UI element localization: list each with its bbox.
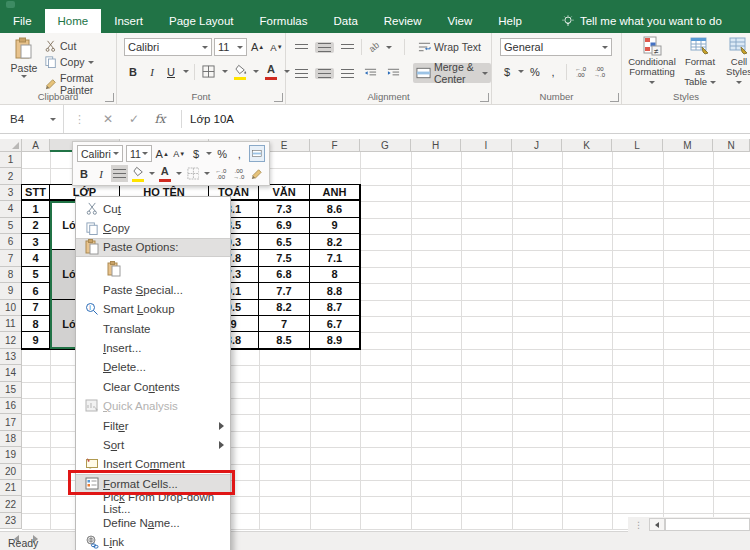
row-header-1[interactable]: 1 xyxy=(0,152,22,168)
cell-F12[interactable]: 8.9 xyxy=(310,332,360,348)
formula-bar-grip[interactable]: ⋮ xyxy=(74,113,85,126)
align-bottom-button[interactable] xyxy=(338,43,357,52)
cut-button[interactable]: Cut xyxy=(42,39,79,53)
cell-E11[interactable]: 7 xyxy=(259,316,310,332)
increase-decimal-button[interactable]: ←.0.00 xyxy=(573,63,588,80)
mini-decrease-decimal-button[interactable]: .00→.0 xyxy=(231,165,246,182)
column-header-K[interactable]: K xyxy=(562,139,612,152)
decrease-indent-button[interactable] xyxy=(361,67,380,79)
column-header-F[interactable]: F xyxy=(310,139,360,152)
name-box[interactable]: B4 xyxy=(0,105,64,133)
menu-item-sort[interactable]: Sort xyxy=(76,435,230,454)
cell-A10[interactable]: 7 xyxy=(22,300,50,316)
horizontal-scrollbar[interactable]: ⋮ xyxy=(628,517,750,532)
cell-E4[interactable]: 7.3 xyxy=(259,201,310,217)
mini-font-name-combo[interactable]: Calibri xyxy=(77,145,123,162)
conditional-formatting-button[interactable]: ≠ ConditionalFormatting xyxy=(626,36,678,87)
menu-item-clear-contents[interactable]: Clear Contents xyxy=(76,377,230,396)
underline-button[interactable]: U xyxy=(164,63,178,80)
menu-item-link[interactable]: Link xyxy=(76,532,230,550)
increase-font-button[interactable]: A▲ xyxy=(249,39,266,56)
mini-currency-caret[interactable] xyxy=(206,152,212,155)
menu-item-quick-analysis[interactable]: Quick Analysis xyxy=(76,397,230,416)
decrease-decimal-button[interactable]: .00→.0 xyxy=(592,63,607,80)
font-color-button[interactable]: A xyxy=(264,64,279,80)
row-header-19[interactable]: 19 xyxy=(0,447,22,463)
mini-fill-color-button[interactable] xyxy=(131,166,146,182)
cell-A6[interactable]: 3 xyxy=(22,234,50,250)
tab-view[interactable]: View xyxy=(435,9,486,33)
font-name-combo[interactable]: Calibri xyxy=(124,38,212,56)
tab-file[interactable]: File xyxy=(0,9,45,33)
column-header-L[interactable]: L xyxy=(612,139,663,152)
tab-formulas[interactable]: Formulas xyxy=(247,9,321,33)
mini-borders-caret[interactable] xyxy=(204,172,210,175)
row-header-13[interactable]: 13 xyxy=(0,349,22,365)
mini-align-center-button[interactable] xyxy=(111,165,128,182)
menu-item-pick-from-drop-down-list[interactable]: Pick From Drop-down List... xyxy=(76,493,230,512)
tab-home[interactable]: Home xyxy=(45,9,102,33)
cell-F7[interactable]: 7.1 xyxy=(310,250,360,266)
name-box-caret[interactable] xyxy=(50,118,56,121)
align-top-button[interactable] xyxy=(292,43,311,52)
fill-color-dropdown-caret[interactable] xyxy=(253,70,259,73)
mini-format-painter-button[interactable] xyxy=(249,165,265,182)
tab-page-layout[interactable]: Page Layout xyxy=(156,9,247,33)
column-header-H[interactable]: H xyxy=(411,139,461,152)
mini-font-color-button[interactable]: A xyxy=(158,166,173,182)
insert-function-icon[interactable]: fx xyxy=(147,112,173,126)
copy-button[interactable]: Copy xyxy=(42,55,97,69)
mini-font-color-caret[interactable] xyxy=(176,172,182,175)
mini-bold-button[interactable]: B xyxy=(77,165,91,182)
cell-A9[interactable]: 6 xyxy=(22,283,50,299)
row-header-23[interactable]: 23 xyxy=(0,513,22,529)
formula-bar-content[interactable]: Lớp 10A xyxy=(190,113,234,125)
cell-F6[interactable]: 8.2 xyxy=(310,234,360,250)
row-header-14[interactable]: 14 xyxy=(0,365,22,381)
cell-E8[interactable]: 6.8 xyxy=(259,267,310,283)
mini-borders-button[interactable] xyxy=(185,165,202,182)
italic-button[interactable]: I xyxy=(145,63,159,80)
mini-currency-button[interactable]: $ xyxy=(189,145,203,162)
mini-merge-center-button[interactable] xyxy=(249,145,265,162)
cell-A4[interactable]: 1 xyxy=(22,201,50,217)
enter-icon[interactable]: ✓ xyxy=(121,112,147,126)
menu-item-paste-options[interactable]: Paste Options: xyxy=(76,238,230,257)
row-header-3[interactable]: 3 xyxy=(0,185,22,201)
cell-E10[interactable]: 8.2 xyxy=(259,300,310,316)
paste-option-button[interactable] xyxy=(103,258,125,279)
cell-A5[interactable]: 2 xyxy=(22,218,50,234)
cell-F11[interactable]: 6.7 xyxy=(310,316,360,332)
comma-button[interactable]: , xyxy=(546,63,560,80)
menu-item-insert[interactable]: Insert... xyxy=(76,338,230,357)
cancel-icon[interactable]: ✕ xyxy=(95,112,121,126)
tell-me-box[interactable]: Tell me what you want to do xyxy=(549,9,735,33)
cell-F8[interactable]: 8 xyxy=(310,267,360,283)
align-middle-button[interactable] xyxy=(315,42,334,53)
orientation-dropdown-caret[interactable] xyxy=(386,46,392,49)
cell-E6[interactable]: 6.5 xyxy=(259,234,310,250)
font-size-combo[interactable]: 11 xyxy=(214,38,247,56)
table-header-E[interactable]: VĂN xyxy=(259,185,310,201)
cell-A8[interactable]: 5 xyxy=(22,267,50,283)
paste-dropdown-caret[interactable] xyxy=(21,75,27,78)
tab-insert[interactable]: Insert xyxy=(101,9,156,33)
orientation-button[interactable]: ab xyxy=(366,41,382,53)
row-header-4[interactable]: 4 xyxy=(0,201,22,217)
cell-F9[interactable]: 8.8 xyxy=(310,283,360,299)
wrap-text-button[interactable]: Wrap Text xyxy=(415,40,484,54)
table-header-A[interactable]: STT xyxy=(22,185,50,201)
cell-E12[interactable]: 8.5 xyxy=(259,332,310,348)
column-header-G[interactable]: G xyxy=(360,139,411,152)
cell-E9[interactable]: 7.7 xyxy=(259,283,310,299)
merge-center-button[interactable]: Merge & Center xyxy=(413,63,491,83)
mini-italic-button[interactable]: I xyxy=(94,165,108,182)
tab-review[interactable]: Review xyxy=(371,9,435,33)
cell-F4[interactable]: 8.6 xyxy=(310,201,360,217)
table-header-F[interactable]: ANH xyxy=(310,185,360,201)
borders-dropdown-caret[interactable] xyxy=(222,70,228,73)
format-as-table-button[interactable]: Format asTable xyxy=(680,36,720,87)
mini-comma-button[interactable]: , xyxy=(232,145,246,162)
percent-button[interactable]: % xyxy=(528,63,542,80)
alignment-dialog-launcher[interactable] xyxy=(480,93,489,102)
